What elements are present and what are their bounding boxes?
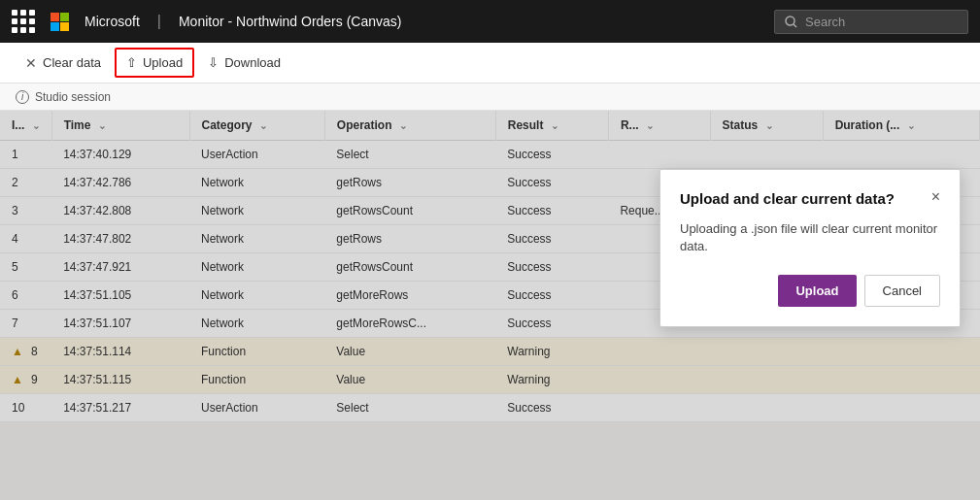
toolbar: ✕ Clear data ⇧ Upload ⇩ Download bbox=[0, 43, 980, 83]
ms-logo bbox=[51, 13, 69, 31]
upload-confirm-dialog: Upload and clear current data? × Uploadi… bbox=[659, 169, 961, 327]
search-input[interactable] bbox=[805, 15, 951, 29]
modal-overlay: Upload and clear current data? × Uploadi… bbox=[0, 111, 980, 500]
modal-body: Uploading a .json file will clear curren… bbox=[680, 220, 940, 255]
svg-line-1 bbox=[794, 24, 796, 27]
topbar: Microsoft | Monitor - Northwind Orders (… bbox=[0, 0, 980, 43]
session-bar: i Studio session bbox=[0, 83, 980, 111]
download-icon: ⇩ bbox=[208, 55, 219, 70]
clear-data-button[interactable]: ✕ Clear data bbox=[16, 50, 111, 77]
upload-icon: ⇧ bbox=[126, 55, 137, 70]
clear-data-label: Clear data bbox=[43, 55, 101, 70]
session-label: Studio session bbox=[35, 90, 111, 104]
brand-name: Microsoft bbox=[84, 14, 140, 29]
search-bar[interactable] bbox=[774, 10, 968, 34]
close-icon: ✕ bbox=[25, 55, 37, 71]
search-icon bbox=[785, 16, 797, 28]
modal-title: Upload and clear current data? bbox=[680, 189, 931, 209]
modal-footer: Upload Cancel bbox=[680, 275, 940, 307]
waffle-menu[interactable] bbox=[12, 10, 35, 33]
svg-point-0 bbox=[786, 17, 794, 25]
content-area: I... ⌄ Time ⌄ Category ⌄ Operation ⌄ Res… bbox=[0, 111, 980, 500]
upload-label: Upload bbox=[143, 55, 183, 70]
nav-separator: | bbox=[157, 13, 161, 30]
modal-close-button[interactable]: × bbox=[931, 189, 940, 205]
download-label: Download bbox=[224, 55, 281, 70]
upload-button[interactable]: ⇧ Upload bbox=[115, 48, 194, 78]
download-button[interactable]: ⇩ Download bbox=[198, 50, 290, 76]
info-icon: i bbox=[16, 90, 29, 104]
modal-header: Upload and clear current data? × bbox=[680, 189, 940, 209]
modal-cancel-button[interactable]: Cancel bbox=[864, 275, 940, 307]
app-title: Monitor - Northwind Orders (Canvas) bbox=[179, 14, 402, 29]
modal-upload-button[interactable]: Upload bbox=[778, 275, 856, 307]
